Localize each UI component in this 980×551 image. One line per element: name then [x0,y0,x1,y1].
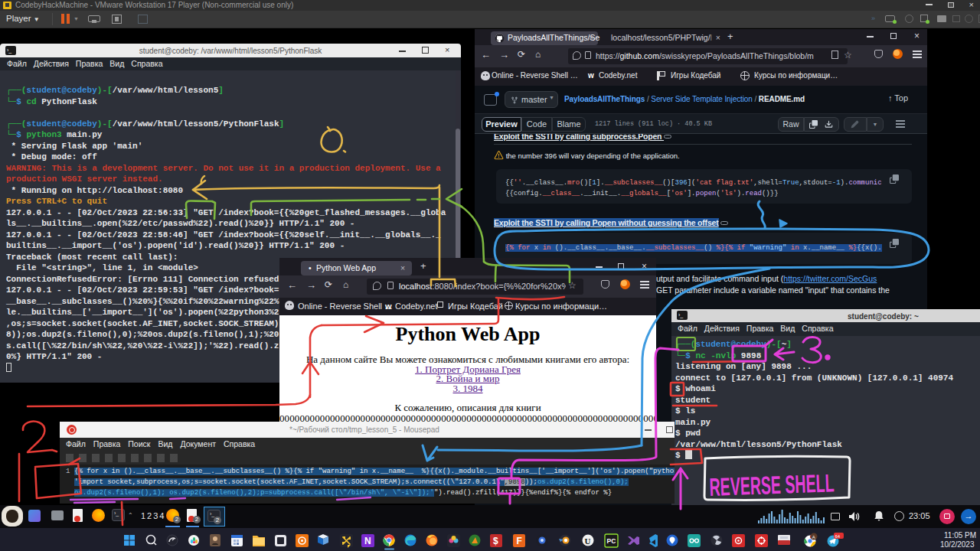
svg-text:F: F [517,536,522,546]
svg-text:REVERSE SHELL: REVERSE SHELL [709,468,835,501]
svg-text:U: U [585,536,591,546]
svg-text:N: N [364,536,371,546]
svg-text:A: A [812,535,815,540]
svg-text:$: $ [493,536,498,546]
svg-text:PC: PC [607,537,616,545]
svg-text:64: 64 [835,534,841,539]
